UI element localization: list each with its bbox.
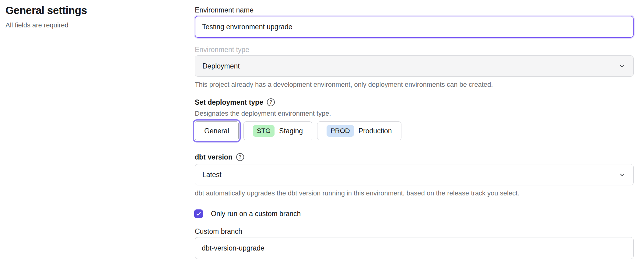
dbt-version-value: Latest — [202, 171, 222, 179]
environment-type-value: Deployment — [202, 62, 240, 70]
stg-badge: STG — [253, 125, 275, 137]
dbt-version-label: dbt version — [195, 153, 233, 161]
page-header: General settings All fields are required — [5, 4, 182, 29]
option-staging-label: Staging — [279, 127, 303, 135]
checkmark-icon — [196, 211, 201, 216]
environment-settings-form: Environment name Environment type Deploy… — [195, 0, 634, 259]
custom-branch-checkbox-label[interactable]: Only run on a custom branch — [211, 210, 301, 218]
custom-branch-checkbox[interactable] — [194, 209, 203, 218]
deployment-type-description: Designates the deployment environment ty… — [195, 110, 634, 117]
environment-type-helper: This project already has a development e… — [195, 81, 634, 89]
deployment-type-option-production[interactable]: PROD Production — [317, 121, 401, 140]
custom-branch-input[interactable] — [195, 237, 634, 259]
chevron-down-icon — [618, 171, 626, 179]
help-icon[interactable]: ? — [236, 153, 244, 161]
deployment-type-label: Set deployment type — [195, 98, 263, 106]
deployment-type-options: General STG Staging PROD Production — [195, 121, 634, 140]
page-title: General settings — [5, 4, 182, 16]
custom-branch-checkbox-row: Only run on a custom branch — [194, 209, 634, 218]
custom-branch-label: Custom branch — [195, 227, 634, 235]
page-subtitle: All fields are required — [5, 21, 182, 29]
environment-type-label: Environment type — [195, 46, 634, 54]
environment-name-label: Environment name — [195, 6, 634, 14]
chevron-down-icon — [618, 62, 626, 70]
deployment-type-option-general[interactable]: General — [195, 121, 239, 140]
deployment-type-option-staging[interactable]: STG Staging — [243, 121, 312, 140]
environment-name-input[interactable] — [195, 16, 634, 38]
option-general-label: General — [204, 127, 229, 135]
dbt-version-label-row: dbt version ? — [195, 153, 634, 161]
prod-badge: PROD — [327, 125, 354, 137]
environment-type-select: Deployment — [195, 55, 634, 77]
dbt-version-helper: dbt automatically upgrades the dbt versi… — [195, 189, 634, 197]
help-icon[interactable]: ? — [267, 98, 275, 106]
option-production-label: Production — [359, 127, 392, 135]
dbt-version-select[interactable]: Latest — [195, 164, 634, 185]
deployment-type-label-row: Set deployment type ? — [195, 98, 634, 106]
